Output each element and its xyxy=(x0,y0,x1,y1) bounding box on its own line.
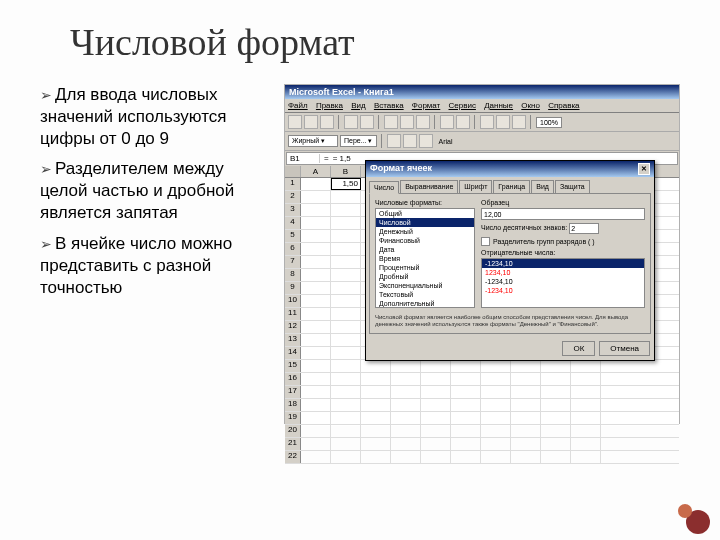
cell[interactable] xyxy=(541,399,571,411)
cell[interactable] xyxy=(331,295,361,307)
table-row[interactable]: 17 xyxy=(285,386,679,399)
menu-file[interactable]: Файл xyxy=(288,101,308,110)
row-header[interactable]: 17 xyxy=(285,386,301,398)
cell[interactable] xyxy=(301,282,331,294)
row-header[interactable]: 9 xyxy=(285,282,301,294)
cell[interactable] xyxy=(451,412,481,424)
sort-desc-icon[interactable] xyxy=(512,115,526,129)
cell[interactable] xyxy=(421,438,451,450)
cell[interactable] xyxy=(511,425,541,437)
row-header[interactable]: 15 xyxy=(285,360,301,372)
cell[interactable] xyxy=(511,438,541,450)
cell[interactable] xyxy=(481,438,511,450)
row-header[interactable]: 10 xyxy=(285,295,301,307)
standard-toolbar[interactable]: 100% xyxy=(285,113,679,132)
cell[interactable] xyxy=(481,386,511,398)
cell[interactable] xyxy=(421,373,451,385)
cell[interactable] xyxy=(331,438,361,450)
open-icon[interactable] xyxy=(304,115,318,129)
cell[interactable] xyxy=(301,399,331,411)
cell[interactable] xyxy=(571,425,601,437)
cell[interactable] xyxy=(481,399,511,411)
cell[interactable] xyxy=(571,399,601,411)
row-header[interactable]: 7 xyxy=(285,256,301,268)
cancel-button[interactable]: Отмена xyxy=(599,341,650,356)
cell[interactable] xyxy=(421,425,451,437)
menu-insert[interactable]: Вставка xyxy=(374,101,404,110)
zoom-field[interactable]: 100% xyxy=(536,117,562,128)
cell[interactable] xyxy=(541,386,571,398)
row-header[interactable]: 11 xyxy=(285,308,301,320)
cut-icon[interactable] xyxy=(384,115,398,129)
cell[interactable] xyxy=(511,386,541,398)
list-item[interactable]: Числовой xyxy=(376,218,474,227)
cell[interactable] xyxy=(511,373,541,385)
table-row[interactable]: 16 xyxy=(285,373,679,386)
row-header[interactable]: 16 xyxy=(285,373,301,385)
cell[interactable] xyxy=(301,295,331,307)
cell[interactable] xyxy=(391,399,421,411)
table-row[interactable]: 19 xyxy=(285,412,679,425)
cell[interactable] xyxy=(301,217,331,229)
table-row[interactable]: 15 xyxy=(285,360,679,373)
cell[interactable] xyxy=(571,373,601,385)
font-name-select[interactable]: Жирный ▾ xyxy=(288,135,338,147)
cell[interactable] xyxy=(361,373,391,385)
row-header[interactable]: 20 xyxy=(285,425,301,437)
cell[interactable] xyxy=(421,451,451,463)
cell[interactable] xyxy=(301,412,331,424)
cell[interactable] xyxy=(301,178,331,190)
row-header[interactable]: 6 xyxy=(285,243,301,255)
cell[interactable] xyxy=(361,425,391,437)
cell[interactable] xyxy=(421,412,451,424)
cell[interactable] xyxy=(301,243,331,255)
cell[interactable] xyxy=(361,412,391,424)
cell[interactable] xyxy=(301,308,331,320)
checkbox-icon[interactable] xyxy=(481,237,490,246)
cell[interactable] xyxy=(391,451,421,463)
cell[interactable] xyxy=(331,191,361,203)
cell[interactable] xyxy=(301,204,331,216)
cell[interactable] xyxy=(391,412,421,424)
cell[interactable] xyxy=(421,360,451,372)
cell[interactable] xyxy=(511,412,541,424)
cell[interactable] xyxy=(331,230,361,242)
cell[interactable] xyxy=(571,451,601,463)
cell[interactable] xyxy=(541,373,571,385)
row-header[interactable]: 1 xyxy=(285,178,301,190)
cell[interactable] xyxy=(361,438,391,450)
cell[interactable] xyxy=(361,386,391,398)
cell[interactable] xyxy=(451,386,481,398)
underline-icon[interactable] xyxy=(419,134,433,148)
cell[interactable] xyxy=(331,269,361,281)
cell[interactable] xyxy=(331,360,361,372)
decimals-input[interactable] xyxy=(569,223,599,234)
formula-input[interactable]: = 1,5 xyxy=(333,154,351,163)
cell[interactable] xyxy=(511,360,541,372)
cell[interactable] xyxy=(331,425,361,437)
cell[interactable] xyxy=(571,412,601,424)
italic-icon[interactable] xyxy=(403,134,417,148)
row-header[interactable]: 2 xyxy=(285,191,301,203)
cell[interactable] xyxy=(541,360,571,372)
list-item[interactable]: Денежный xyxy=(376,227,474,236)
list-item[interactable]: -1234,10 xyxy=(482,286,644,295)
dialog-tabs[interactable]: Число Выравнивание Шрифт Граница Вид Защ… xyxy=(366,177,654,193)
cell[interactable] xyxy=(301,191,331,203)
menubar[interactable]: Файл Правка Вид Вставка Формат Сервис Да… xyxy=(285,99,679,113)
cell[interactable] xyxy=(481,425,511,437)
list-item[interactable]: -1234,10 xyxy=(482,277,644,286)
cell[interactable] xyxy=(331,321,361,333)
cell[interactable] xyxy=(301,386,331,398)
cell[interactable] xyxy=(481,412,511,424)
list-item[interactable]: 1234,10 xyxy=(482,268,644,277)
cell[interactable] xyxy=(451,451,481,463)
cell[interactable] xyxy=(451,438,481,450)
cell[interactable] xyxy=(361,360,391,372)
cell[interactable] xyxy=(301,334,331,346)
list-item[interactable]: Время xyxy=(376,254,474,263)
cell[interactable] xyxy=(361,451,391,463)
cell[interactable] xyxy=(301,425,331,437)
tab-font[interactable]: Шрифт xyxy=(459,180,492,193)
cell[interactable] xyxy=(331,282,361,294)
